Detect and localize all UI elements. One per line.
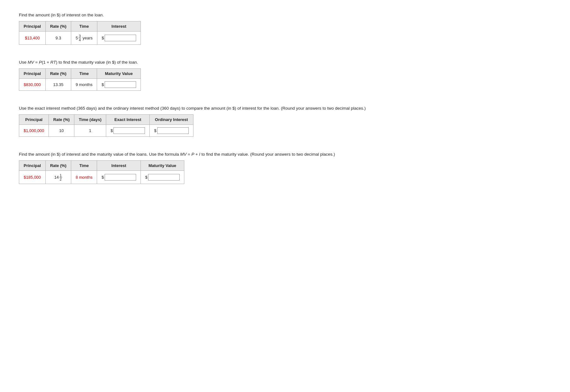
section2-row: $830,000 13.35 9 months $ (19, 79, 141, 91)
section3-ordinary-input[interactable] (157, 127, 189, 134)
section3-rate: 10 (49, 125, 74, 137)
section1-interest-cell: $ (97, 32, 141, 45)
section1-table: Principal Rate (%) Time Interest $13,400… (19, 21, 141, 45)
section4-instruction: Find the amount (in $) of interest and t… (19, 152, 551, 157)
section3-exact-input[interactable] (113, 127, 145, 134)
section2-header-value: Maturity Value (97, 69, 141, 79)
section4-rate: 14 1 2 (45, 171, 71, 184)
section2-principal: $830,000 (19, 79, 46, 91)
section4-value-cell: $ (141, 171, 184, 184)
section-4: Find the amount (in $) of interest and t… (19, 152, 551, 184)
section1-header-rate: Rate (%) (45, 21, 71, 32)
section4-row: $185,000 14 1 2 8 months $ (19, 171, 184, 184)
section4-header-rate: Rate (%) (45, 161, 71, 171)
section3-exact-cell: $ (106, 125, 150, 137)
section1-header-time: Time (71, 21, 97, 32)
section3-header-principal: Principal (19, 115, 49, 125)
section1-header-principal: Principal (19, 21, 46, 32)
section2-header-rate: Rate (%) (45, 69, 71, 79)
section1-interest-input[interactable] (105, 35, 136, 41)
section1-rate: 9.3 (45, 32, 71, 45)
section2-value-cell: $ (97, 79, 141, 91)
section4-interest-input[interactable] (105, 174, 136, 181)
section4-interest-cell: $ (97, 171, 141, 184)
section2-value-input[interactable] (105, 81, 136, 88)
section-1: Find the amount (in $) of interest on th… (19, 13, 551, 45)
section4-value-input[interactable] (148, 174, 180, 181)
section1-row: $13,400 9.3 5 3 4 years $ (19, 32, 141, 45)
section2-rate: 13.35 (45, 79, 71, 91)
section4-header-time: Time (71, 161, 97, 171)
section3-instruction: Use the exact interest method (365 days)… (19, 106, 551, 111)
section3-principal: $1,000,000 (19, 125, 49, 137)
section4-header-interest: Interest (97, 161, 141, 171)
section2-header-time: Time (71, 69, 97, 79)
section1-instruction: Find the amount (in $) of interest on th… (19, 13, 551, 17)
section4-table: Principal Rate (%) Time Interest Maturit… (19, 160, 184, 184)
section3-header-rate: Rate (%) (49, 115, 74, 125)
section3-header-exact: Exact Interest (106, 115, 150, 125)
section4-principal: $185,000 (19, 171, 46, 184)
section2-table: Principal Rate (%) Time Maturity Value $… (19, 68, 141, 91)
section-3: Use the exact interest method (365 days)… (19, 106, 551, 137)
section2-time: 9 months (71, 79, 97, 91)
section1-header-interest: Interest (97, 21, 141, 32)
section-2: Use MV = P(1 + RT) to find the maturity … (19, 60, 551, 91)
section1-time: 5 3 4 years (71, 32, 97, 45)
section3-table: Principal Rate (%) Time (days) Exact Int… (19, 114, 193, 137)
section3-header-ordinary: Ordinary Interest (150, 115, 193, 125)
section4-header-principal: Principal (19, 161, 46, 171)
section3-ordinary-cell: $ (150, 125, 193, 137)
section1-principal: $13,400 (19, 32, 46, 45)
section4-time: 8 months (71, 171, 97, 184)
section3-header-time: Time (days) (74, 115, 106, 125)
section4-header-value: Maturity Value (141, 161, 184, 171)
section2-header-principal: Principal (19, 69, 46, 79)
section3-time: 1 (74, 125, 106, 137)
section3-row: $1,000,000 10 1 $ $ (19, 125, 193, 137)
section2-instruction: Use MV = P(1 + RT) to find the maturity … (19, 60, 551, 65)
